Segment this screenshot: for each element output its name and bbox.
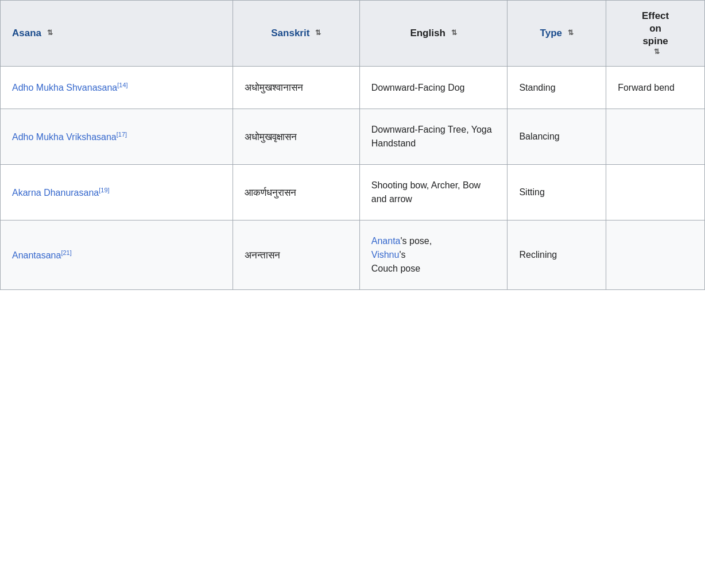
sort-icon-sanskrit[interactable]: ⇅	[315, 29, 321, 38]
header-asana: Asana ⇅	[1, 1, 233, 67]
cell-asana-2: Adho Mukha Vrikshasana[17]	[1, 109, 233, 165]
cell-sanskrit-3: आकर्णधनुरासन	[233, 165, 359, 220]
sort-icon-asana[interactable]: ⇅	[47, 29, 53, 38]
asana-link-2[interactable]: Adho Mukha Vrikshasana[17]	[12, 132, 127, 142]
header-english-label: English	[410, 27, 445, 40]
cell-effect-3	[606, 165, 705, 220]
header-type-label: Type	[540, 27, 562, 40]
cell-sanskrit-4: अनन्तासन	[233, 220, 359, 290]
cell-type-1: Standing	[508, 66, 606, 109]
asana-table: Asana ⇅ Sanskrit ⇅ English ⇅	[0, 0, 705, 290]
cell-asana-4: Anantasana[21]	[1, 220, 233, 290]
sort-icon-effect[interactable]: ⇅	[654, 48, 660, 57]
header-effect: Effectonspine ⇅	[606, 1, 705, 67]
asana-link-1[interactable]: Adho Mukha Shvanasana[14]	[12, 83, 128, 92]
cell-type-3: Sitting	[508, 165, 606, 220]
header-sanskrit: Sanskrit ⇅	[233, 1, 359, 67]
asana-link-4[interactable]: Anantasana[21]	[12, 250, 72, 260]
cell-english-3: Shooting bow, Archer, Bow and arrow	[359, 165, 508, 220]
table-row: Anantasana[21] अनन्तासन Ananta's pose, V…	[1, 220, 705, 290]
sort-icon-type[interactable]: ⇅	[568, 29, 574, 38]
header-type: Type ⇅	[508, 1, 606, 67]
cell-sanskrit-2: अधोमुखवृक्षासन	[233, 109, 359, 165]
table-row: Akarna Dhanurasana[19] आकर्णधनुरासन Shoo…	[1, 165, 705, 220]
header-effect-label: Effectonspine	[642, 10, 669, 48]
cell-type-4: Reclining	[508, 220, 606, 290]
header-asana-label: Asana	[12, 27, 41, 40]
header-sanskrit-label: Sanskrit	[271, 27, 309, 40]
table-row: Adho Mukha Vrikshasana[17] अधोमुखवृक्षास…	[1, 109, 705, 165]
cell-english-2: Downward-Facing Tree, Yoga Handstand	[359, 109, 508, 165]
english-link-ananta[interactable]: Ananta	[371, 236, 401, 246]
table-row: Adho Mukha Shvanasana[14] अधोमुखश्वानासन…	[1, 66, 705, 109]
cell-effect-1: Forward bend	[606, 66, 705, 109]
cell-type-2: Balancing	[508, 109, 606, 165]
header-english: English ⇅	[359, 1, 508, 67]
cell-english-1: Downward-Facing Dog	[359, 66, 508, 109]
table-header-row: Asana ⇅ Sanskrit ⇅ English ⇅	[1, 1, 705, 67]
cell-effect-4	[606, 220, 705, 290]
english-link-vishnu[interactable]: Vishnu	[371, 250, 400, 260]
cell-english-4: Ananta's pose, Vishnu's Couch pose	[359, 220, 508, 290]
sort-icon-english[interactable]: ⇅	[451, 29, 457, 38]
cell-sanskrit-1: अधोमुखश्वानासन	[233, 66, 359, 109]
cell-effect-2	[606, 109, 705, 165]
asana-link-3[interactable]: Akarna Dhanurasana[19]	[12, 188, 110, 198]
main-container: Asana ⇅ Sanskrit ⇅ English ⇅	[0, 0, 705, 588]
cell-asana-3: Akarna Dhanurasana[19]	[1, 165, 233, 220]
cell-asana-1: Adho Mukha Shvanasana[14]	[1, 66, 233, 109]
